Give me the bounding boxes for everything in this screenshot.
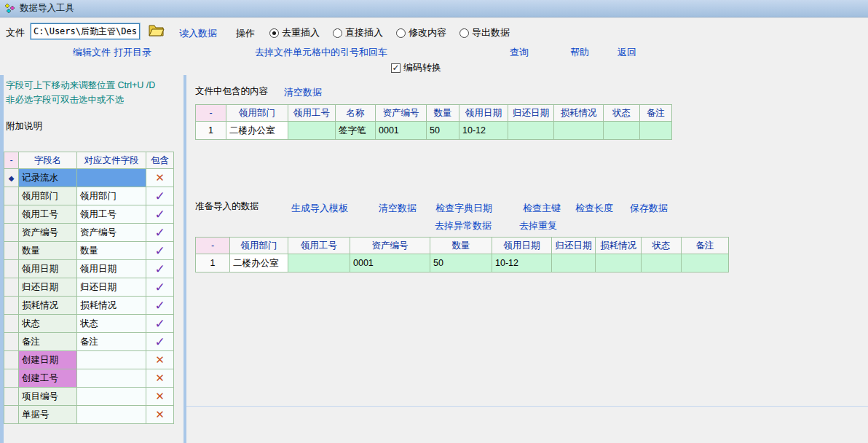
file-field-cell[interactable]: 数量 — [77, 242, 146, 260]
open-folder-icon[interactable] — [149, 24, 165, 39]
radio-option-3[interactable]: 导出数据 — [459, 26, 510, 39]
row-selector-cell[interactable] — [4, 369, 19, 388]
save-data-link[interactable]: 保存数据 — [630, 202, 668, 215]
data-cell[interactable] — [642, 254, 682, 273]
remove-duplicates-link[interactable]: 去掉重复 — [519, 219, 557, 232]
data-cell[interactable]: 50 — [427, 122, 459, 140]
current-row-marker[interactable]: ◆ — [4, 169, 19, 187]
field-name-cell[interactable]: 资产编号 — [19, 224, 77, 242]
file-field-cell[interactable] — [77, 351, 146, 369]
open-dir-link[interactable]: 打开目录 — [114, 46, 151, 59]
field-name-cell[interactable]: 领用工号 — [19, 205, 77, 224]
radio-option-1[interactable]: 直接插入 — [333, 26, 383, 39]
data-cell[interactable] — [552, 254, 596, 273]
data-cell[interactable]: 签字笔 — [336, 122, 376, 140]
field-name-cell[interactable]: 创建日期 — [19, 351, 77, 369]
generate-template-link[interactable]: 生成导入模板 — [291, 202, 348, 215]
file-field-cell[interactable]: 领用日期 — [77, 260, 146, 278]
check-dict-date-link[interactable]: 检查字典日期 — [435, 202, 492, 215]
field-name-cell[interactable]: 领用部门 — [19, 187, 77, 205]
remove-quotes-link[interactable]: 去掉文件单元格中的引号和回车 — [255, 46, 387, 59]
encoding-checkbox[interactable]: ✓ 编码转换 — [391, 61, 441, 74]
file-field-cell[interactable] — [77, 369, 146, 388]
row-number-cell[interactable]: 1 — [196, 254, 230, 273]
data-cell[interactable] — [596, 254, 642, 273]
row-selector-cell[interactable] — [4, 260, 19, 278]
check-length-link[interactable]: 检查长度 — [575, 202, 613, 215]
row-number-cell[interactable]: 1 — [196, 122, 226, 140]
radio-option-0[interactable]: 去重插入 — [269, 26, 320, 39]
data-cell[interactable] — [604, 122, 640, 140]
include-cell[interactable]: ✓ — [146, 260, 174, 278]
field-name-cell[interactable]: 单据号 — [19, 406, 77, 424]
data-cell[interactable]: 10-12 — [492, 254, 552, 273]
query-link[interactable]: 查询 — [510, 46, 529, 59]
field-name-cell[interactable]: 归还日期 — [19, 278, 77, 297]
data-cell[interactable] — [682, 254, 729, 273]
back-link[interactable]: 返回 — [618, 46, 636, 59]
include-cell[interactable]: ✓ — [146, 187, 174, 205]
field-name-cell[interactable]: 项目编号 — [19, 388, 77, 406]
remove-abnormal-link[interactable]: 去掉异常数据 — [435, 219, 492, 232]
data-cell[interactable] — [554, 122, 604, 140]
include-cell[interactable]: ✓ — [146, 315, 174, 333]
field-name-cell[interactable]: 记录流水 — [19, 169, 77, 187]
row-selector-cell[interactable] — [4, 333, 19, 351]
data-cell[interactable]: 二楼办公室 — [230, 254, 288, 273]
data-cell[interactable] — [508, 122, 554, 140]
file-field-cell[interactable]: 损耗情况 — [77, 297, 146, 315]
row-selector-cell[interactable] — [4, 297, 19, 315]
data-cell[interactable]: 50 — [430, 254, 492, 273]
field-name-cell[interactable]: 备注 — [19, 333, 77, 351]
data-cell[interactable]: 10-12 — [459, 122, 508, 140]
row-selector-cell[interactable] — [4, 315, 19, 333]
file-field-cell[interactable]: 领用工号 — [77, 205, 146, 224]
check-primary-key-link[interactable]: 检查主键 — [523, 202, 561, 215]
clear-import-data-link[interactable]: 清空数据 — [379, 202, 417, 215]
field-name-cell[interactable]: 数量 — [19, 242, 77, 260]
file-field-cell[interactable]: 领用部门 — [77, 187, 146, 205]
field-name-cell[interactable]: 状态 — [19, 315, 77, 333]
radio-option-2[interactable]: 修改内容 — [396, 26, 446, 39]
row-selector-cell[interactable] — [4, 224, 19, 242]
include-cell[interactable]: ✓ — [146, 224, 174, 242]
read-data-link[interactable]: 读入数据 — [179, 27, 217, 40]
row-selector-cell[interactable] — [4, 205, 19, 224]
file-field-cell[interactable] — [77, 388, 146, 406]
include-cell[interactable]: ✓ — [146, 333, 174, 351]
file-field-cell[interactable] — [77, 169, 146, 187]
include-cell[interactable]: ✕ — [146, 369, 174, 388]
data-cell[interactable] — [640, 122, 672, 140]
file-field-cell[interactable]: 备注 — [77, 333, 146, 351]
data-cell[interactable]: 二楼办公室 — [226, 122, 288, 140]
row-selector-cell[interactable] — [4, 278, 19, 297]
include-cell[interactable]: ✕ — [146, 388, 174, 406]
include-cell[interactable]: ✕ — [146, 169, 174, 187]
data-cell[interactable] — [288, 122, 336, 140]
include-cell[interactable]: ✓ — [146, 242, 174, 260]
data-cell[interactable] — [288, 254, 350, 273]
file-field-cell[interactable]: 状态 — [77, 315, 146, 333]
file-field-cell[interactable] — [77, 406, 146, 424]
row-selector-cell[interactable] — [4, 187, 19, 205]
row-selector-cell[interactable] — [4, 388, 19, 406]
help-link[interactable]: 帮助 — [570, 46, 589, 59]
include-cell[interactable]: ✓ — [146, 278, 174, 297]
row-selector-cell[interactable] — [4, 242, 19, 260]
field-name-cell[interactable]: 创建工号 — [19, 369, 77, 388]
include-cell[interactable]: ✕ — [146, 406, 174, 424]
field-name-cell[interactable]: 损耗情况 — [19, 297, 77, 315]
include-cell[interactable]: ✓ — [146, 205, 174, 224]
data-cell[interactable]: 0001 — [350, 254, 430, 273]
file-field-cell[interactable]: 归还日期 — [77, 278, 146, 297]
include-cell[interactable]: ✓ — [146, 297, 174, 315]
file-field-cell[interactable]: 资产编号 — [77, 224, 146, 242]
data-cell[interactable]: 0001 — [376, 122, 427, 140]
row-selector-cell[interactable] — [4, 351, 19, 369]
include-cell[interactable]: ✕ — [146, 351, 174, 369]
file-path-input[interactable] — [31, 23, 140, 39]
row-selector-cell[interactable] — [4, 406, 19, 424]
clear-file-data-link[interactable]: 清空数据 — [284, 86, 322, 99]
edit-file-link[interactable]: 编辑文件 — [73, 46, 111, 59]
field-name-cell[interactable]: 领用日期 — [19, 260, 77, 278]
